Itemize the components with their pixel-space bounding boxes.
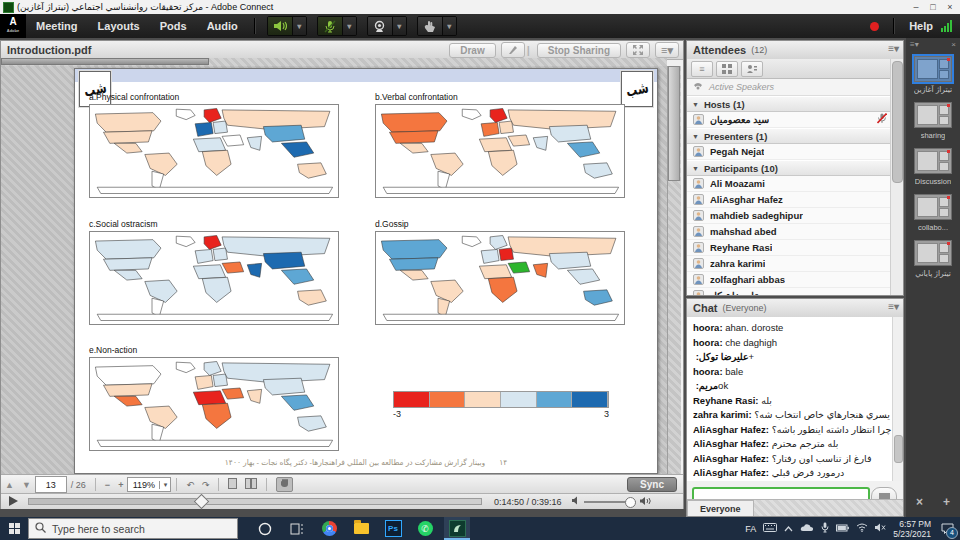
volume-mute-icon[interactable] (572, 496, 580, 507)
vertical-scrollbar[interactable] (667, 66, 681, 474)
show-hidden-icons-chevron[interactable] (784, 524, 793, 534)
menu-item-meeting[interactable]: Meeting (26, 20, 88, 32)
playback-progress[interactable] (28, 498, 482, 505)
chrome-icon[interactable] (316, 517, 342, 540)
layouts-sidebar: ≡▾ × تيتراژ آغازينsharingDiscussioncolla… (906, 38, 960, 517)
file-explorer-icon[interactable] (348, 517, 374, 540)
adobe-connect-taskbar-icon[interactable] (444, 517, 470, 540)
share-pod-menu-icon[interactable]: ≡▾ (655, 42, 679, 58)
microphone-button[interactable]: ▾ (317, 16, 357, 36)
task-view-icon[interactable] (284, 517, 310, 540)
attendee-section-header[interactable]: ▼Participants (10) (687, 160, 891, 176)
taskbar-clock[interactable]: 6:57 PM 5/23/2021 (893, 519, 931, 539)
zoom-in-icon[interactable]: + (118, 480, 123, 490)
page-number-input[interactable] (35, 476, 67, 493)
close-button[interactable]: × (942, 1, 958, 13)
map-title: c.Social ostracism (89, 219, 337, 229)
attendee-row[interactable]: عليرضا توكل (687, 288, 891, 295)
attendee-row[interactable]: سيد معصوميان (687, 112, 891, 128)
redo-icon[interactable]: ↷ (202, 480, 210, 490)
sync-button[interactable]: Sync (627, 477, 677, 492)
keyboard-icon[interactable] (763, 523, 777, 534)
layout-thumbnail-item[interactable] (914, 102, 952, 128)
layout-thumbnail-active[interactable] (914, 56, 952, 82)
undo-icon[interactable]: ↶ (186, 480, 194, 490)
attendee-row[interactable]: Ali Moazami (687, 176, 891, 192)
help-menu[interactable]: Help (909, 20, 933, 32)
list-view-icon[interactable]: ≡ (691, 61, 713, 77)
layout-thumbnail-item[interactable] (914, 240, 952, 266)
volume-knob[interactable] (625, 497, 636, 508)
attendees-pod-menu-icon[interactable]: ≡▾ (888, 43, 899, 54)
language-indicator[interactable]: FA (745, 524, 756, 534)
world-map-1: a.Physical confrontation (89, 92, 337, 198)
battery-icon[interactable] (836, 524, 849, 534)
status-view-icon[interactable] (741, 61, 763, 77)
speaker-tray-icon[interactable] (875, 523, 886, 534)
playback-time: 0:14:50 / 0:39:16 (494, 497, 562, 507)
cortana-icon[interactable] (252, 517, 278, 540)
menu-item-audio[interactable]: Audio (197, 20, 248, 32)
speaker-dropdown[interactable]: ▾ (292, 17, 306, 35)
tab-everyone[interactable]: Everyone (687, 500, 754, 516)
playback-thumb[interactable] (194, 494, 210, 510)
layouts-menu-icon[interactable]: ≡▾ (910, 40, 919, 52)
whatsapp-icon[interactable]: ✆ (412, 517, 438, 540)
attendee-row[interactable]: Reyhane Rasi (687, 240, 891, 256)
start-button[interactable] (0, 517, 28, 540)
grid-view-icon[interactable] (716, 61, 738, 77)
page-down-icon[interactable]: ▼ (22, 480, 31, 490)
menu-item-pods[interactable]: Pods (150, 20, 197, 32)
windows-taskbar: Type here to search Ps ✆ FA (0, 517, 960, 540)
zoom-out-icon[interactable]: − (105, 480, 110, 490)
raise-hand-dropdown[interactable]: ▾ (442, 17, 456, 35)
microphone-dropdown[interactable]: ▾ (342, 17, 356, 35)
map-title: b.Verbal confrontation (375, 92, 623, 102)
attendee-row[interactable]: mahshad abed (687, 224, 891, 240)
attendee-row[interactable]: zahra karimi (687, 256, 891, 272)
attendee-row[interactable]: zolfaghari abbas (687, 272, 891, 288)
notification-center-icon[interactable]: 4 (938, 521, 956, 537)
layouts-add-icon[interactable]: + (943, 495, 950, 509)
zoom-level-select[interactable]: 119%▾ (127, 477, 171, 492)
speaker-button[interactable]: ▾ (267, 16, 307, 36)
layouts-delete-icon[interactable]: × (916, 495, 923, 509)
world-map-4: d.Gossip (375, 219, 623, 325)
taskbar-search[interactable]: Type here to search (28, 518, 238, 539)
chat-scrollbar[interactable] (892, 317, 903, 481)
webcam-dropdown[interactable]: ▾ (392, 17, 406, 35)
microphone-tray-icon[interactable] (821, 522, 829, 535)
maximize-button[interactable]: □ (925, 1, 941, 13)
two-page-icon[interactable] (245, 478, 257, 491)
raise-hand-button[interactable]: ▾ (417, 16, 457, 36)
pointer-tool-button[interactable] (501, 42, 525, 58)
hand-tool-button[interactable] (276, 477, 293, 492)
attendee-section-header[interactable]: ▼Hosts (1) (687, 96, 891, 112)
chat-scope: (Everyone) (722, 303, 766, 313)
volume-slider[interactable] (584, 501, 636, 503)
webcam-button[interactable]: ▾ (367, 16, 407, 36)
page-up-icon[interactable]: ▲ (5, 480, 14, 490)
attendee-row[interactable]: mahdieb sadeghipur (687, 208, 891, 224)
attendee-section-header[interactable]: ▼Presenters (1) (687, 128, 891, 144)
layout-thumbnail-item[interactable] (914, 194, 952, 220)
legend-color (537, 392, 573, 407)
onedrive-cloud-icon[interactable] (800, 523, 814, 534)
layout-thumbnail-item[interactable] (914, 148, 952, 174)
wifi-icon[interactable] (856, 523, 868, 534)
menu-item-layouts[interactable]: Layouts (88, 20, 150, 32)
speaker-icon (268, 17, 292, 35)
attendee-row[interactable]: AliAsghar Hafez (687, 192, 891, 208)
play-icon[interactable] (9, 496, 18, 508)
stop-sharing-button[interactable]: Stop Sharing (537, 43, 621, 58)
volume-loud-icon[interactable] (640, 496, 652, 508)
draw-button[interactable]: Draw (449, 43, 495, 58)
layouts-close-icon[interactable]: × (951, 40, 956, 52)
photoshop-icon[interactable]: Ps (380, 517, 406, 540)
minimize-button[interactable]: – (908, 1, 924, 13)
attendee-row[interactable]: Pegah Nejat (687, 144, 891, 160)
fullscreen-icon[interactable] (626, 42, 650, 58)
chat-pod-menu-icon[interactable]: ≡▾ (888, 301, 899, 312)
attendees-scrollbar[interactable] (890, 59, 903, 295)
single-page-icon[interactable] (228, 478, 237, 491)
